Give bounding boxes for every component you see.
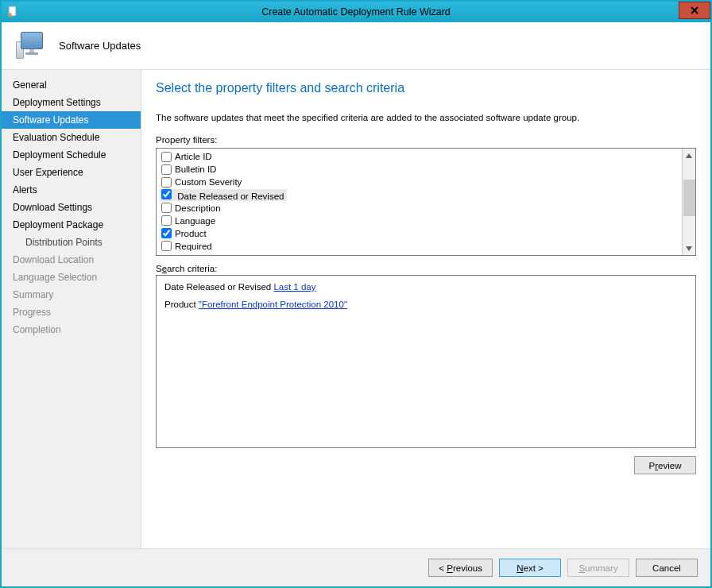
filter-article-id-checkbox[interactable] — [161, 152, 172, 162]
nav-software-updates[interactable]: Software Updates — [2, 111, 141, 129]
titlebar: Create Automatic Deployment Rule Wizard — [2, 2, 710, 22]
nav-distribution-points[interactable]: Distribution Points — [2, 234, 141, 251]
filter-bulletin-id[interactable]: Bulletin ID — [160, 163, 679, 176]
nav-completion[interactable]: Completion — [2, 321, 141, 338]
filter-description[interactable]: Description — [160, 202, 679, 215]
property-scrollbar[interactable] — [682, 149, 695, 255]
close-icon — [691, 4, 698, 17]
scroll-up-icon[interactable] — [683, 149, 695, 162]
nav-general[interactable]: General — [2, 76, 141, 94]
nav-download-location[interactable]: Download Location — [2, 251, 141, 269]
filter-language[interactable]: Language — [160, 215, 679, 227]
preview-row: Preview — [156, 448, 696, 474]
criteria-product-line: Product "Forefront Endpoint Protection 2… — [164, 300, 687, 309]
nav-alerts[interactable]: Alerts — [2, 181, 141, 199]
filter-label: Custom Severity — [175, 177, 242, 187]
nav-deployment-schedule[interactable]: Deployment Schedule — [2, 146, 141, 164]
filter-label: Required — [175, 242, 212, 251]
window-title: Create Automatic Deployment Rule Wizard — [2, 6, 710, 17]
criteria-underline: Search criteria: — [156, 264, 217, 273]
search-criteria-label: Search criteria: — [156, 264, 696, 273]
filter-label: Bulletin ID — [175, 164, 216, 174]
filter-date-released-checkbox[interactable] — [161, 189, 172, 199]
header-strip: Software Updates — [2, 22, 710, 70]
app-icon — [6, 6, 19, 18]
criteria-product-prefix: Product — [164, 300, 199, 309]
filter-label: Date Released or Revised — [177, 191, 284, 201]
wizard-body: General Deployment Settings Software Upd… — [2, 70, 710, 548]
nav-download-settings[interactable]: Download Settings — [2, 199, 141, 216]
filter-label: Product — [175, 229, 207, 238]
page-description: The software updates that meet the speci… — [156, 113, 696, 122]
page-heading: Select the property filters and search c… — [156, 81, 696, 95]
main-panel: Select the property filters and search c… — [141, 70, 710, 548]
filter-required-checkbox[interactable] — [161, 241, 172, 251]
nav-deployment-package[interactable]: Deployment Package — [2, 216, 141, 234]
property-filters-list[interactable]: Article ID Bulletin ID Custom Severity — [157, 149, 682, 255]
cancel-button[interactable]: Cancel — [636, 559, 698, 577]
previous-button[interactable]: < Previous — [428, 559, 493, 577]
next-button[interactable]: Next > — [499, 559, 561, 577]
criteria-date-link[interactable]: Last 1 day — [273, 282, 315, 292]
search-criteria-box: Date Released or Revised Last 1 day Prod… — [156, 275, 696, 448]
criteria-date-line: Date Released or Revised Last 1 day — [164, 282, 687, 292]
filter-product-checkbox[interactable] — [161, 228, 172, 238]
summary-button: Summary — [567, 559, 629, 577]
sidebar: General Deployment Settings Software Upd… — [2, 70, 141, 548]
preview-button[interactable]: Preview — [634, 456, 696, 474]
nav-language-selection[interactable]: Language Selection — [2, 269, 141, 286]
wizard-window: Create Automatic Deployment Rule Wizard … — [0, 0, 712, 588]
property-filters-label: Property filters: — [156, 135, 696, 145]
nav-deployment-settings[interactable]: Deployment Settings — [2, 94, 141, 111]
scroll-down-icon[interactable] — [683, 242, 695, 255]
close-button[interactable] — [679, 2, 710, 19]
nav-summary[interactable]: Summary — [2, 286, 141, 304]
filter-bulletin-id-checkbox[interactable] — [161, 164, 172, 175]
criteria-date-prefix: Date Released or Revised — [164, 282, 273, 292]
nav-user-experience[interactable]: User Experience — [2, 164, 141, 181]
filter-date-released[interactable]: Date Released or Revised — [160, 188, 287, 201]
filter-language-checkbox[interactable] — [161, 215, 172, 226]
filter-custom-severity[interactable]: Custom Severity — [160, 176, 679, 188]
nav-evaluation-schedule[interactable]: Evaluation Schedule — [2, 129, 141, 146]
filter-custom-severity-checkbox[interactable] — [161, 177, 172, 188]
filter-label: Article ID — [175, 152, 212, 161]
header-label: Software Updates — [59, 40, 141, 52]
filter-label: Language — [175, 216, 215, 226]
filter-article-id[interactable]: Article ID — [160, 150, 679, 163]
nav-progress[interactable]: Progress — [2, 304, 141, 321]
computer-icon — [16, 30, 48, 62]
filter-required[interactable]: Required — [160, 240, 679, 253]
scroll-thumb[interactable] — [683, 180, 695, 216]
property-filters-box: Article ID Bulletin ID Custom Severity — [156, 148, 696, 256]
filter-description-checkbox[interactable] — [161, 203, 172, 213]
criteria-product-link[interactable]: "Forefront Endpoint Protection 2010" — [199, 300, 347, 309]
filter-label: Description — [175, 203, 221, 213]
wizard-footer: < Previous Next > Summary Cancel — [2, 548, 710, 586]
filter-product[interactable]: Product — [160, 227, 679, 240]
